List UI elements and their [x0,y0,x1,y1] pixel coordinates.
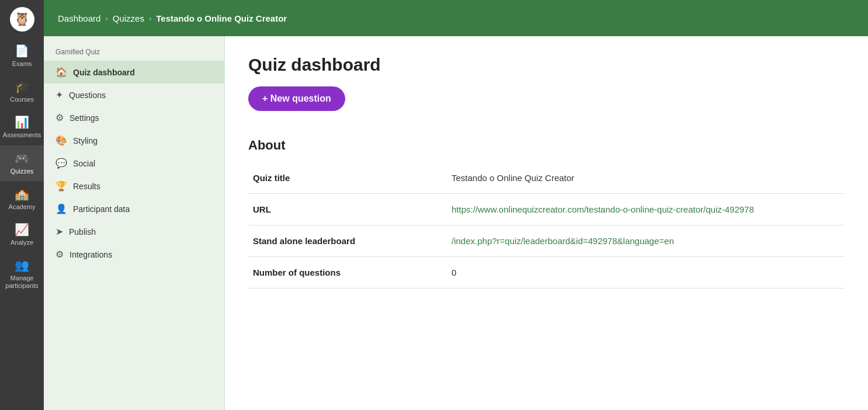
social-label: Social [73,159,95,168]
table-row-quiz-title: Quiz title Testando o Online Quiz Creato… [248,162,845,194]
new-question-button[interactable]: + New question [248,86,345,111]
questions-label: Questions [69,91,106,100]
participant-data-label: Participant data [73,204,130,214]
results-label: Results [73,182,100,191]
sidebar-item-courses[interactable]: 🎓 Courses [0,74,44,109]
breadcrumb-current: Testando o Online Quiz Creator [156,13,287,23]
content-area: Gamified Quiz 🏠 Quiz dashboard ✦ Questio… [44,36,868,410]
breadcrumb-sep-1: › [105,14,107,23]
info-table: Quiz title Testando o Online Quiz Creato… [248,162,845,289]
page-title: Quiz dashboard [248,55,845,75]
table-row-num-questions: Number of questions 0 [248,257,845,289]
left-nav-social[interactable]: 💬 Social [44,152,224,175]
courses-icon: 🎓 [15,79,29,93]
sidebar-item-analyze[interactable]: 📈 Analyze [0,217,44,252]
sidebar-item-assessments[interactable]: 📊 Assessments [0,109,44,145]
left-nav: Gamified Quiz 🏠 Quiz dashboard ✦ Questio… [44,36,225,410]
leaderboard-label: Stand alone leaderboard [248,225,447,257]
sidebar-item-manage-participants[interactable]: 👥 Manage participants [0,252,44,296]
social-icon: 💬 [55,158,67,169]
academy-icon: 🏫 [15,187,29,201]
publish-icon: ➤ [55,226,63,237]
url-link[interactable]: https://www.onlinequizcreator.com/testan… [452,204,754,214]
manage-participants-label: Manage participants [3,275,41,290]
about-section: About Quiz title Testando o Online Quiz … [248,138,845,289]
leaderboard-link[interactable]: /index.php?r=quiz/leaderboard&id=492978&… [452,236,674,246]
participant-data-icon: 👤 [55,203,67,214]
num-questions-label: Number of questions [248,257,447,289]
exams-label: Exams [12,60,32,68]
questions-icon: ✦ [55,89,63,100]
quiz-dashboard-label: Quiz dashboard [73,68,135,77]
left-nav-questions[interactable]: ✦ Questions [44,84,224,106]
breadcrumb-dashboard[interactable]: Dashboard [58,13,100,23]
quizzes-label: Quizzes [11,168,34,175]
table-row-url: URL https://www.onlinequizcreator.com/te… [248,194,845,225]
styling-icon: 🎨 [55,135,67,146]
breadcrumb-quizzes[interactable]: Quizzes [113,13,144,23]
top-bar: Dashboard › Quizzes › Testando o Online … [44,0,868,36]
exams-icon: 📄 [15,44,29,58]
analyze-label: Analyze [11,239,33,246]
styling-label: Styling [73,136,98,145]
settings-icon: ⚙ [55,112,64,123]
left-nav-section-label: Gamified Quiz [44,46,224,61]
leaderboard-value: /index.php?r=quiz/leaderboard&id=492978&… [447,225,845,257]
icon-sidebar: 🦉 📄 Exams 🎓 Courses 📊 Assessments 🎮 Quiz… [0,0,44,410]
settings-label: Settings [70,113,99,123]
assessments-label: Assessments [3,131,41,139]
breadcrumb-sep-2: › [149,14,151,23]
quiz-title-label: Quiz title [248,162,447,194]
left-nav-quiz-dashboard[interactable]: 🏠 Quiz dashboard [44,61,224,84]
breadcrumb: Dashboard › Quizzes › Testando o Online … [58,13,287,23]
left-nav-integrations[interactable]: ⚙ Integrations [44,243,224,266]
main-wrapper: Dashboard › Quizzes › Testando o Online … [44,0,868,410]
courses-label: Courses [10,96,34,103]
table-row-leaderboard: Stand alone leaderboard /index.php?r=qui… [248,225,845,257]
url-value: https://www.onlinequizcreator.com/testan… [447,194,845,225]
quizzes-icon: 🎮 [15,151,29,165]
quiz-dashboard-icon: 🏠 [55,67,67,78]
left-nav-results[interactable]: 🏆 Results [44,175,224,197]
academy-label: Academy [9,203,36,211]
url-label: URL [248,194,447,225]
num-questions-value: 0 [447,257,845,289]
manage-participants-icon: 👥 [15,258,29,272]
about-title: About [248,138,845,153]
assessments-icon: 📊 [15,115,29,129]
logo-area: 🦉 [0,0,44,38]
quiz-title-value: Testando o Online Quiz Creator [447,162,845,194]
integrations-icon: ⚙ [55,249,64,260]
integrations-label: Integrations [70,250,112,259]
sidebar-item-academy[interactable]: 🏫 Academy [0,181,44,217]
publish-label: Publish [69,227,96,237]
left-nav-publish[interactable]: ➤ Publish [44,220,224,243]
main-content: Quiz dashboard + New question About Quiz… [225,36,868,410]
sidebar-item-quizzes[interactable]: 🎮 Quizzes [0,145,44,181]
left-nav-participant-data[interactable]: 👤 Participant data [44,197,224,220]
sidebar-item-exams[interactable]: 📄 Exams [0,38,44,74]
results-icon: 🏆 [55,180,67,192]
left-nav-styling[interactable]: 🎨 Styling [44,129,224,152]
left-nav-settings[interactable]: ⚙ Settings [44,106,224,129]
owl-logo: 🦉 [10,7,34,32]
analyze-icon: 📈 [15,223,29,237]
